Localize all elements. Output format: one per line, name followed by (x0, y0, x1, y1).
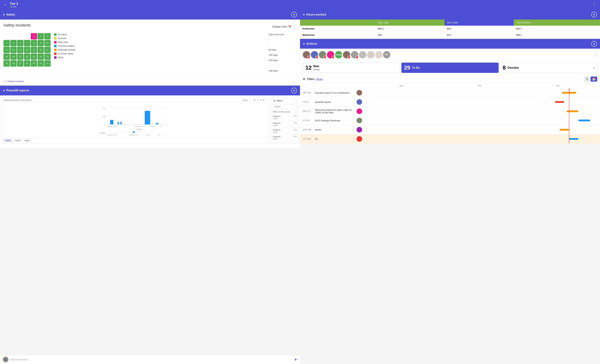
comment-input[interactable]: Add a comment (10, 358, 292, 361)
sort-asc-icon[interactable]: ↑ (249, 99, 250, 101)
more-icon[interactable]: ⋯ (266, 99, 268, 101)
calendar-cell[interactable]: 31 (44, 60, 51, 67)
filter-group-header[interactable]: Column5 ✓ ✎ (273, 136, 297, 138)
action-stat-box[interactable]: 8 Overdue › (500, 63, 597, 73)
stat-number: 12 (305, 64, 312, 71)
calendar-cell[interactable]: 18 (3, 54, 10, 60)
avatar-wrap[interactable]: 13 (303, 51, 310, 58)
calendar-icon[interactable]: 📅 (288, 25, 291, 28)
calendar-cell[interactable]: 6 (17, 40, 23, 46)
calendar-cell[interactable]: 1 (31, 33, 37, 39)
actions-chevron[interactable]: ▾ (303, 42, 305, 46)
reset-button[interactable]: Reset (316, 78, 323, 81)
filter-icon[interactable]: ▽ (260, 99, 261, 101)
avatar-wrap[interactable]: 1 (351, 51, 358, 58)
gantt-bar[interactable] (560, 129, 569, 131)
actions-add-button[interactable]: + (591, 41, 597, 46)
calendar-cell[interactable]: 10 (44, 40, 51, 46)
action-stat-box[interactable]: 12 New 24 Hrs (303, 63, 400, 73)
avatar-wrap[interactable] (367, 51, 374, 58)
filter-close-icon[interactable]: › (296, 99, 296, 102)
calendar-cell[interactable]: 15 (31, 47, 37, 53)
calendar-cell[interactable]: 9 (38, 40, 44, 46)
avatar-more-button[interactable]: ⋮ (594, 53, 597, 57)
calendar-cell[interactable]: 8 (31, 40, 37, 46)
gantt-bar[interactable] (569, 138, 578, 140)
avatar-wrap[interactable]: Change (335, 51, 342, 58)
avatar-wrap[interactable]: 7 (311, 51, 318, 58)
chart-tab[interactable]: Page1 (4, 139, 12, 142)
calendar-cell[interactable]: 7 (24, 40, 30, 46)
avatar-wrap[interactable]: 1 (343, 51, 350, 58)
filter-group-header[interactable]: Column1 ✓ ✎ (273, 115, 297, 117)
calendar-cell[interactable]: 16 (38, 47, 44, 53)
avatar-wrap[interactable]: 3 (327, 51, 334, 58)
stat-arrow[interactable]: › (593, 66, 595, 70)
calendar-cell[interactable]: 2 (38, 33, 44, 39)
days-since-section: Days since last --60 days156 days410 day… (269, 33, 297, 74)
calendar-cell[interactable]: 24 (44, 54, 51, 60)
powerbi-add-button[interactable]: + (291, 88, 297, 93)
action-stat-box[interactable]: 29 To Do (401, 63, 499, 73)
calendar-cell[interactable]: 11 (3, 47, 10, 53)
safety-add-button[interactable]: + (291, 12, 297, 18)
hours-col-empty (300, 19, 375, 26)
filter-search-input[interactable] (273, 105, 297, 109)
calendar-cell[interactable]: 27 (17, 60, 23, 67)
sort-both-icon[interactable]: ⇅ (254, 99, 255, 101)
hours-chevron[interactable]: ▾ (303, 13, 305, 16)
calendar-cell[interactable]: 3 (44, 33, 51, 39)
view-calendar-button[interactable]: 📅 (591, 77, 597, 82)
safety-chevron[interactable]: ▾ (3, 13, 5, 16)
sort-desc-icon[interactable]: ↓ (252, 99, 253, 101)
stat-label: New (313, 65, 319, 68)
days-since-item: 410 days (269, 58, 297, 62)
calendar-cell[interactable]: 21 (24, 54, 30, 60)
filter-search[interactable] (271, 104, 298, 110)
calendar-cell[interactable]: 14 (24, 47, 30, 53)
filter-panel: ☰ Filters › Filters on this visual ⋯ Col… (271, 98, 298, 143)
svg-text:Site: Site (160, 126, 162, 127)
expand-icon[interactable]: ⤡ (257, 99, 258, 101)
avatar-wrap[interactable]: PF (383, 51, 390, 58)
header-more-button[interactable]: ⋮ (593, 3, 597, 7)
chart-tab[interactable]: Page2 (13, 139, 22, 142)
chart-area: Columns by Column1 and Column5 454ks ↑ ↓… (2, 98, 270, 143)
hours-add-button[interactable]: + (591, 12, 597, 18)
calendar-cell[interactable]: 4 (3, 40, 10, 46)
calendar-cell[interactable]: 30 (38, 60, 44, 67)
calendar-cell[interactable]: 13 (17, 47, 23, 53)
calendar-cell[interactable]: 26 (10, 60, 17, 67)
calendar-cell[interactable]: 23 (38, 54, 44, 60)
comment-send-button[interactable]: ➤ (294, 357, 297, 362)
chart-tab[interactable]: page 3 (23, 139, 32, 142)
calendar-cell[interactable]: 12 (10, 47, 17, 53)
calendar-cell[interactable]: 17 (44, 47, 51, 53)
gantt-bar[interactable] (567, 110, 578, 112)
safety-incidents-link[interactable]: › 1 Safety Incidents (0, 78, 300, 85)
calendar-cell[interactable]: 19 (10, 54, 17, 60)
gantt-bar[interactable] (578, 120, 590, 121)
gantt-bar-area (362, 134, 597, 144)
calendar-cell[interactable]: 25 (3, 60, 10, 67)
avatar-wrap[interactable]: 4 (319, 51, 326, 58)
view-list-button[interactable]: ☰ (584, 77, 590, 82)
export-icon[interactable]: ⊡ (263, 99, 264, 101)
filter-group-header[interactable]: Column2 ✓ ✎ (273, 122, 297, 124)
calendar-cell[interactable]: 29 (31, 60, 37, 67)
filters-label[interactable]: Filters (307, 78, 315, 81)
calendar-cell[interactable]: 22 (31, 54, 37, 60)
avatar-wrap[interactable] (359, 51, 366, 58)
hours-card: Site 1 total Site 2 total Total Overtime… (300, 19, 600, 38)
calendar-cell[interactable]: 5 (10, 40, 17, 46)
calendar-cell[interactable]: 20 (17, 54, 23, 60)
calendar-cell[interactable]: 28 (24, 60, 30, 67)
incidents-more-button[interactable]: ⋮ (293, 25, 297, 29)
filter-group-header[interactable]: Column4 ✓ ✎ (273, 129, 297, 131)
gantt-bar[interactable] (555, 101, 564, 103)
filter-visual-more[interactable]: ⋯ (295, 111, 297, 113)
powerbi-chevron[interactable]: ▾ (3, 89, 5, 92)
chart-toolbar: Columns by Column1 and Column5 454ks ↑ ↓… (2, 98, 269, 102)
avatar-wrap[interactable] (375, 51, 382, 58)
back-button[interactable]: ← (3, 3, 7, 7)
